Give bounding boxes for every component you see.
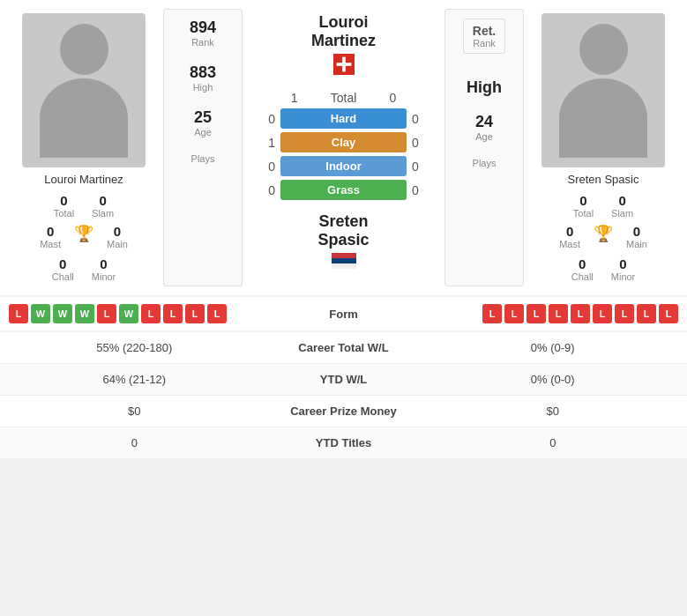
player1-age-stat: 25 Age <box>194 108 212 137</box>
player2-card: Sreten Spasic 0 Total 0 Slam 0 Mast 🏆 <box>528 9 678 286</box>
player2-stats-row3: 0 Chall 0 Minor <box>571 256 636 282</box>
player-section: Louroi Martinez 0 Total 0 Slam 0 Mast 🏆 <box>0 0 687 295</box>
form-badge: W <box>31 304 50 323</box>
player1-minor-stat: 0 Minor <box>92 256 116 282</box>
stats-left-val: 0 <box>13 436 256 449</box>
clay-row: 1 Clay 0 <box>256 132 431 152</box>
stats-center-label: YTD W/L <box>256 373 432 386</box>
form-badge: L <box>141 304 161 323</box>
stats-center-label: Career Total W/L <box>256 341 432 354</box>
player1-stats-row2: 0 Mast 🏆 0 Main <box>40 224 128 249</box>
player1-flag <box>333 54 355 78</box>
player2-mast-stat: 0 Mast <box>559 224 580 249</box>
form-badge: L <box>593 304 612 323</box>
player2-chall-stat: 0 Chall <box>571 256 594 282</box>
player2-name: Sreten Spasic <box>568 173 639 186</box>
player2-rank-stat: Ret. Rank <box>463 19 505 54</box>
form-label: Form <box>291 308 397 321</box>
player1-stats-row1: 0 Total 0 Slam <box>54 193 114 219</box>
stats-left-val: 64% (21-12) <box>13 373 256 386</box>
trophy-icon-right: 🏆 <box>594 224 613 243</box>
form-badge: L <box>571 304 590 323</box>
form-badge: L <box>163 304 183 323</box>
form-badge: L <box>504 304 524 323</box>
stats-center-label: YTD Titles <box>256 436 432 449</box>
stats-left-val: $0 <box>13 404 256 418</box>
player2-flag <box>332 253 356 272</box>
main-container: Louroi Martinez 0 Total 0 Slam 0 Mast 🏆 <box>0 0 687 458</box>
stats-center-label: Career Prize Money <box>256 404 432 418</box>
player2-trophy: 🏆 <box>594 224 613 249</box>
form-badge: L <box>615 304 634 323</box>
hard-badge: Hard <box>280 108 407 129</box>
stats-left-val: 55% (220-180) <box>13 341 256 354</box>
player1-stats-row3: 0 Chall 0 Minor <box>52 256 116 282</box>
form-badge: L <box>97 304 116 323</box>
player2-avatar <box>541 13 665 167</box>
form-badge: L <box>659 304 678 323</box>
player2-age-stat: 24 Age <box>475 113 493 142</box>
stats-right-val: 0% (0-0) <box>432 373 675 386</box>
player2-plays-stat: Plays <box>473 158 497 168</box>
form-badge: L <box>185 304 205 323</box>
svg-rect-2 <box>336 63 351 66</box>
grass-row: 0 Grass 0 <box>256 180 431 200</box>
stats-row: 55% (220-180)Career Total W/L0% (0-9) <box>0 332 687 364</box>
form-badge: L <box>9 304 28 323</box>
player1-high-stat: 883 High <box>190 63 216 93</box>
player2-total-stat: 0 Total <box>573 193 594 219</box>
form-badge: L <box>637 304 656 323</box>
player1-avatar <box>22 13 146 167</box>
grass-badge: Grass <box>280 180 407 200</box>
player2-form-badges: LLLLLLLLL <box>397 304 679 323</box>
stats-right-val: 0 <box>432 436 675 449</box>
player2-high-stat: High <box>467 78 502 97</box>
player1-main-stat: 0 Main <box>107 224 128 249</box>
svg-rect-5 <box>332 263 356 269</box>
stats-row: 64% (21-12)YTD W/L0% (0-0) <box>0 364 687 396</box>
player1-mast-stat: 0 Mast <box>40 224 61 249</box>
form-badge: L <box>549 304 568 323</box>
surface-comparisons: 1 Total 0 0 Hard 0 1 Clay 0 0 <box>256 87 431 204</box>
form-badge: L <box>207 304 227 323</box>
hard-row: 0 Hard 0 <box>256 108 431 129</box>
indoor-row: 0 Indoor 0 <box>256 156 431 176</box>
form-badge: W <box>119 304 138 323</box>
form-badge: W <box>75 304 94 323</box>
player1-name-big: LouroiMartinez <box>311 13 376 50</box>
ret-badge: Ret. Rank <box>463 19 505 54</box>
indoor-badge: Indoor <box>280 156 407 176</box>
svg-rect-4 <box>332 258 356 263</box>
player2-name-big: SretenSpasic <box>317 212 369 249</box>
form-section: LWWWLWLLLL Form LLLLLLLLL <box>0 297 687 330</box>
player2-main-stat: 0 Main <box>626 224 647 249</box>
clay-badge: Clay <box>280 132 407 152</box>
trophy-icon-left: 🏆 <box>74 224 93 243</box>
svg-rect-3 <box>332 253 356 258</box>
player1-slam-stat: 0 Slam <box>92 193 114 219</box>
player1-trophy: 🏆 <box>74 224 93 249</box>
player2-center-card: Ret. Rank High 24 Age Plays <box>444 9 524 286</box>
player1-center-card: 894 Rank 883 High 25 Age Plays <box>163 9 243 286</box>
player2-stats-row2: 0 Mast 🏆 0 Main <box>559 224 647 249</box>
form-badge: W <box>53 304 72 323</box>
player1-rank-stat: 894 Rank <box>190 19 216 48</box>
stats-row: $0Career Prize Money$0 <box>0 396 687 427</box>
player2-slam-stat: 0 Slam <box>611 193 633 219</box>
stats-right-val: $0 <box>432 404 675 418</box>
form-badge: L <box>526 304 546 323</box>
mid-comparison-panel: LouroiMartinez 1 Total 0 <box>247 9 440 286</box>
player1-chall-stat: 0 Chall <box>52 256 74 282</box>
stats-right-val: 0% (0-9) <box>432 341 675 354</box>
player1-form-badges: LWWWLWLLLL <box>9 304 291 323</box>
stats-row: 0YTD Titles0 <box>0 427 687 458</box>
total-row: 1 Total 0 <box>256 91 431 105</box>
player1-card: Louroi Martinez 0 Total 0 Slam 0 Mast 🏆 <box>9 9 159 286</box>
form-badge: L <box>482 304 502 323</box>
player1-plays-stat: Plays <box>191 153 215 164</box>
player1-name: Louroi Martinez <box>44 173 123 186</box>
player2-minor-stat: 0 Minor <box>611 256 636 282</box>
player2-stats-row1: 0 Total 0 Slam <box>573 193 633 219</box>
player1-total-stat: 0 Total <box>54 193 74 219</box>
stats-table: 55% (220-180)Career Total W/L0% (0-9)64%… <box>0 332 687 458</box>
